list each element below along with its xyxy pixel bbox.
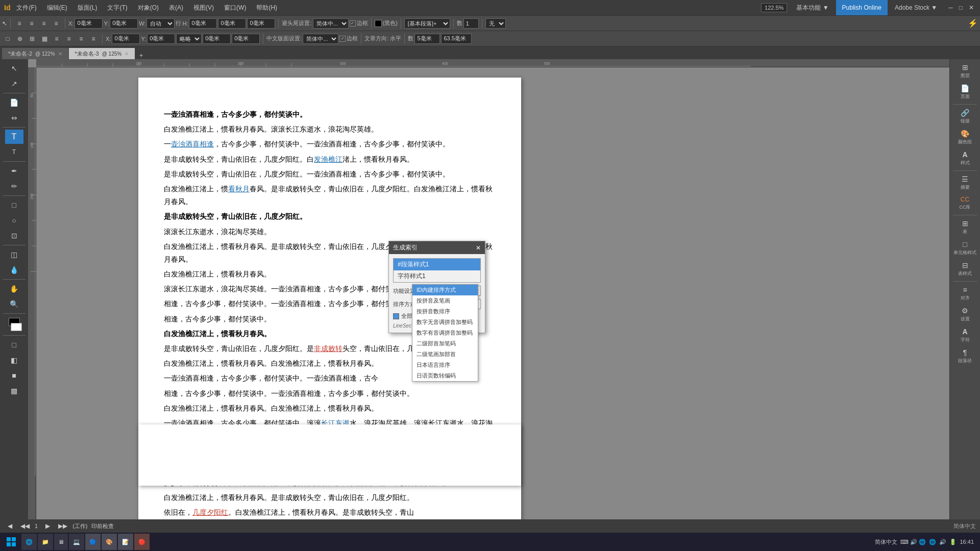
ellipse-tool[interactable]: ○ — [5, 213, 23, 228]
rs-table-style[interactable]: ⊟ 表样式 — [950, 259, 980, 279]
page-tool[interactable]: 📄 — [5, 95, 23, 110]
close-btn[interactable]: ✕ — [967, 4, 976, 11]
field1[interactable] — [218, 18, 246, 29]
style-item-1[interactable]: #段落样式1 — [394, 259, 480, 270]
sort-opt-9[interactable]: 日语页数转编码 — [412, 370, 478, 381]
rs-colors[interactable]: 🎨 颜色组 — [950, 128, 980, 147]
sort-opt-1[interactable]: ID内建排序方式 — [412, 285, 478, 295]
first-page-btn[interactable]: ◀◀ — [19, 520, 31, 532]
taskbar-app1[interactable]: 🔵 — [85, 534, 101, 550]
new-tab-btn[interactable]: + — [135, 52, 147, 59]
eyedropper-tool[interactable]: 💧 — [5, 263, 23, 277]
tool-btn3[interactable]: ⊞ — [27, 33, 38, 44]
menu-view[interactable]: 视图(V) — [189, 2, 218, 14]
gap-select[interactable]: 无 — [485, 18, 506, 29]
next-page-btn[interactable]: ▶ — [42, 520, 53, 532]
tab-1[interactable]: *未命名-2 @ 122% ✕ — [2, 48, 69, 59]
tab-1-close[interactable]: ✕ — [58, 51, 62, 57]
menu-file[interactable]: 文件(F) — [12, 2, 40, 14]
align-left-btn[interactable]: ≡ — [14, 18, 25, 29]
sort-opt-7[interactable]: 二级笔画加部首 — [412, 349, 478, 360]
y2-input[interactable] — [147, 34, 175, 44]
rs-layers[interactable]: ⊞ 图层 — [950, 61, 980, 81]
align-center-btn[interactable]: ≡ — [26, 18, 37, 29]
view-slug[interactable]: ▩ — [5, 384, 23, 398]
x-input[interactable] — [75, 18, 103, 29]
sort-opt-6[interactable]: 二级部首加笔码 — [412, 338, 478, 349]
taskbar-explorer[interactable]: 📁 — [38, 534, 53, 550]
rs-settings[interactable]: ⚙ 设置 — [950, 305, 980, 324]
menu-text[interactable]: 文字(T) — [103, 2, 131, 14]
dialog-close-icon[interactable]: ✕ — [476, 244, 481, 252]
num2-input[interactable] — [414, 34, 440, 44]
menu-layout[interactable]: 版面(L) — [74, 2, 102, 14]
rs-cell-style[interactable]: □ 单元格样式 — [950, 238, 980, 258]
tool-btn2[interactable]: ⊕ — [14, 33, 26, 44]
transform-tool[interactable]: ⊡ — [5, 229, 23, 243]
gap-tool[interactable]: ⇔ — [5, 111, 23, 125]
h-input[interactable] — [189, 18, 217, 29]
rect-tool[interactable]: □ — [5, 198, 23, 212]
gradient-tool[interactable]: ◫ — [5, 247, 23, 262]
zoom-tool[interactable]: 🔍 — [5, 297, 23, 311]
all-layers-checkbox[interactable] — [393, 313, 399, 319]
tool-btn7[interactable]: ≡ — [76, 33, 87, 44]
direct-select-tool[interactable]: ↗ — [5, 77, 23, 91]
minimize-btn[interactable]: ─ — [946, 4, 955, 11]
rs-align[interactable]: ≡ 对齐 — [950, 284, 980, 304]
style-item-2[interactable]: 字符样式1 — [394, 270, 480, 282]
rs-links[interactable]: 🔗 链接 — [950, 107, 980, 127]
num-input[interactable] — [463, 18, 479, 29]
menu-table[interactable]: 表(A) — [165, 2, 187, 14]
selection-tool[interactable]: ↖ — [5, 61, 23, 76]
num3-input[interactable] — [441, 34, 472, 44]
tab-2[interactable]: *未命名-3 @ 125% ✕ — [69, 48, 136, 59]
menu-edit[interactable]: 编辑(E) — [43, 2, 71, 14]
sort-opt-5[interactable]: 数字有音调拼音加整码 — [412, 328, 478, 338]
sort-opt-3[interactable]: 按拼音数排序 — [412, 306, 478, 317]
layout-select[interactable]: 略略 — [176, 34, 202, 44]
field3[interactable] — [203, 34, 231, 44]
field4[interactable] — [232, 34, 260, 44]
rs-para[interactable]: ¶ 段落径 — [950, 346, 980, 366]
tool-btn8[interactable]: ≡ — [88, 33, 99, 44]
taskbar-computer[interactable]: 🖥 — [54, 534, 68, 550]
last-page-btn[interactable]: ▶▶ — [57, 520, 68, 532]
tab-2-close[interactable]: ✕ — [125, 51, 129, 57]
rs-table[interactable]: ⊞ 表 — [950, 217, 980, 237]
hand-tool[interactable]: ✋ — [5, 282, 23, 296]
start-button[interactable] — [2, 534, 20, 550]
tool-btn4[interactable]: ▦ — [39, 33, 50, 44]
taskbar-app3[interactable]: 📝 — [118, 534, 133, 550]
sort-opt-4[interactable]: 数字无音调拼音加整码 — [412, 317, 478, 328]
ch-layout-select[interactable]: 简体中... — [303, 34, 338, 44]
align-right-btn[interactable]: ≡ — [38, 18, 50, 29]
taskbar-browser[interactable]: 🌐 — [21, 534, 37, 550]
menu-help[interactable]: 帮助(H) — [252, 2, 281, 14]
y-input[interactable] — [110, 18, 138, 29]
rs-char[interactable]: A 字符 — [950, 325, 980, 345]
view-bleed[interactable]: ■ — [5, 368, 23, 383]
zoom-control[interactable]: 122.5% — [761, 3, 787, 12]
border-checkbox[interactable]: ✓ — [351, 21, 354, 26]
rs-cc[interactable]: CC CC库 — [950, 194, 980, 213]
taskbar-laptop[interactable]: 💻 — [69, 534, 84, 550]
align-justify-btn[interactable]: ≡ — [51, 18, 62, 29]
sort-opt-8[interactable]: 日本语言排序 — [412, 360, 478, 370]
rs-style[interactable]: A 样式 — [950, 148, 980, 168]
style-select[interactable]: [基本段落]+ — [404, 18, 450, 29]
rs-summary[interactable]: ☰ 摘要 — [950, 173, 980, 193]
publish-online-button[interactable]: Publish Online — [836, 0, 888, 15]
rs-pages[interactable]: 📄 页面 — [950, 82, 980, 102]
maximize-btn[interactable]: □ — [957, 4, 965, 11]
x2-input[interactable] — [112, 34, 140, 44]
taskbar-app2[interactable]: 🎨 — [102, 534, 117, 550]
tool-btn5[interactable]: ≡ — [51, 33, 62, 44]
taskbar-app4[interactable]: 🔴 — [134, 534, 150, 550]
menu-object[interactable]: 对象(O) — [134, 2, 163, 14]
document-canvas[interactable]: 一壶浊酒喜相逢，古今多少事，都付笑谈中。 白发渔樵江渚上，惯看秋月春风。滚滚长江… — [36, 67, 949, 551]
print-check[interactable]: 印前检查 — [91, 522, 114, 530]
vertical-text-tool[interactable]: T — [5, 145, 23, 159]
border2-checkbox[interactable]: ✓ — [341, 36, 345, 41]
view-preview[interactable]: ◧ — [5, 353, 23, 367]
